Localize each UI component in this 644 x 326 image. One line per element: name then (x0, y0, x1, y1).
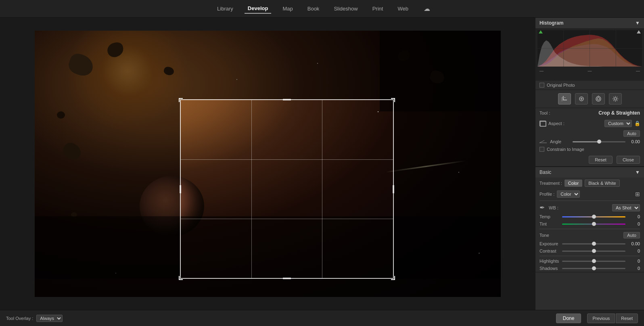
top-navigation: Library Develop Map Book Slideshow Print… (0, 0, 644, 18)
nav-map[interactable]: Map (279, 4, 296, 13)
angle-icon (539, 140, 548, 143)
nav-web[interactable]: Web (394, 4, 412, 13)
constrain-label: Constrain to Image (547, 147, 584, 152)
separator-3 (539, 256, 640, 256)
svg-rect-4 (562, 97, 566, 98)
nav-book[interactable]: Book (304, 4, 323, 13)
nav-slideshow[interactable]: Slideshow (330, 4, 361, 13)
heal-tool-button[interactable] (575, 93, 588, 104)
tool-overlay-row: Tool Overlay : Always (6, 315, 63, 322)
adjust-tool-button[interactable] (592, 93, 605, 104)
bottom-bar: Tool Overlay : Always Done Previous Rese… (0, 310, 644, 326)
crop-mask-left (35, 99, 180, 279)
eyedropper-icon[interactable]: ✒ (539, 204, 545, 211)
wb-label: WB : (549, 205, 558, 210)
nav-develop[interactable]: Develop (245, 4, 272, 14)
settings-tool-button[interactable] (609, 93, 622, 104)
svg-rect-1 (563, 96, 564, 100)
basic-collapse-icon[interactable]: ▼ (635, 169, 640, 175)
basic-section: Basic ▼ Treatment : Color Black & White … (535, 167, 644, 272)
highlights-label: Highlights (539, 259, 560, 263)
basic-title: Basic (539, 169, 551, 175)
wb-row: ✒ WB : As Shot (535, 202, 644, 213)
highlights-value: 0 (628, 259, 640, 263)
current-tool-value: Crop & Straighten (598, 110, 640, 116)
reset-button[interactable]: Reset (589, 156, 613, 164)
svg-line-14 (539, 140, 544, 143)
nav-library[interactable]: Library (214, 4, 236, 13)
svg-point-11 (614, 98, 617, 100)
done-button[interactable]: Done (556, 313, 581, 323)
histogram-stat-1: — (539, 69, 544, 73)
auto-button[interactable]: Auto (623, 130, 640, 137)
temp-label: Temp (539, 214, 560, 219)
tone-label: Tone (539, 233, 549, 238)
histogram-shadow-clip-indicator[interactable] (539, 30, 543, 33)
temp-row: Temp 0 (535, 213, 644, 220)
bw-treatment-button[interactable]: Black & White (585, 180, 619, 187)
tool-icons-row (535, 90, 644, 108)
exposure-value: 0.00 (628, 241, 640, 246)
color-treatment-button[interactable]: Color (565, 180, 582, 187)
nav-print[interactable]: Print (369, 4, 387, 13)
constrain-checkbox[interactable] (539, 147, 544, 152)
right-panel: Histogram ▼ (535, 18, 644, 310)
histogram-stat-3: — (636, 69, 640, 73)
tint-label: Tint (539, 222, 560, 226)
tool-overlay-label: Tool Overlay : (6, 316, 33, 321)
previous-button[interactable]: Previous (587, 313, 615, 323)
highlights-slider[interactable] (562, 261, 625, 262)
image-area[interactable] (0, 18, 535, 310)
histogram-header: Histogram ▼ (535, 18, 644, 28)
histogram-container: — — — (535, 28, 644, 81)
crop-tool-button[interactable] (558, 93, 571, 104)
exposure-slider[interactable] (562, 243, 625, 245)
wb-select[interactable]: As Shot (612, 204, 640, 211)
histogram-stat-2: — (588, 69, 592, 73)
highlights-row: Highlights 0 (535, 257, 644, 265)
crop-panel: Tool : Crop & Straighten Aspect : Custom… (535, 108, 644, 167)
tool-overlay-select[interactable]: Always (36, 315, 63, 322)
aspect-icon (539, 121, 546, 126)
tone-auto-button[interactable]: Auto (623, 232, 640, 238)
prev-reset-row: Previous Reset (587, 313, 638, 323)
aspect-select[interactable]: Custom (604, 120, 632, 127)
profile-select[interactable]: Color (557, 190, 580, 198)
reset-close-row: Reset Close (535, 153, 644, 166)
histogram-collapse-icon[interactable]: ▼ (635, 20, 640, 26)
crop-mask-top (35, 31, 501, 99)
contrast-row: Contrast 0 (535, 247, 644, 255)
temp-value: 0 (628, 214, 640, 219)
lock-button[interactable]: 🔒 (634, 121, 640, 126)
histogram-highlight-clip-indicator[interactable] (637, 30, 641, 33)
aspect-row: Aspect : Custom 🔒 (535, 118, 644, 129)
treatment-row: Treatment : Color Black & White (535, 178, 644, 189)
tint-slider[interactable] (562, 224, 625, 225)
close-button[interactable]: Close (617, 156, 640, 164)
temp-slider[interactable] (562, 216, 625, 217)
crop-mask-right (394, 99, 501, 279)
svg-point-9 (597, 98, 600, 100)
contrast-slider[interactable] (562, 251, 625, 252)
histogram-title: Histogram (539, 20, 563, 26)
shadows-slider[interactable] (562, 268, 625, 269)
shadows-value: 0 (628, 266, 640, 271)
profile-grid-icon[interactable]: ⊞ (635, 191, 640, 197)
separator-1 (539, 201, 640, 201)
bottom-reset-button[interactable]: Reset (616, 313, 638, 323)
aspect-label: Aspect : (548, 121, 565, 126)
exposure-row: Exposure 0.00 (535, 240, 644, 247)
gear-icon (612, 96, 619, 102)
auto-button-row: Auto (535, 129, 644, 138)
main-area: Histogram ▼ (0, 18, 644, 310)
tint-row: Tint 0 (535, 220, 644, 228)
angle-label: Angle (550, 139, 570, 144)
shadows-row: Shadows 0 (535, 265, 644, 272)
angle-slider[interactable] (573, 141, 625, 142)
shadows-label: Shadows (539, 266, 560, 271)
original-photo-checkbox[interactable] (539, 83, 544, 88)
separator-2 (539, 229, 640, 229)
contrast-value: 0 (628, 249, 640, 253)
histogram-chart (537, 30, 642, 67)
svg-point-8 (596, 96, 601, 101)
